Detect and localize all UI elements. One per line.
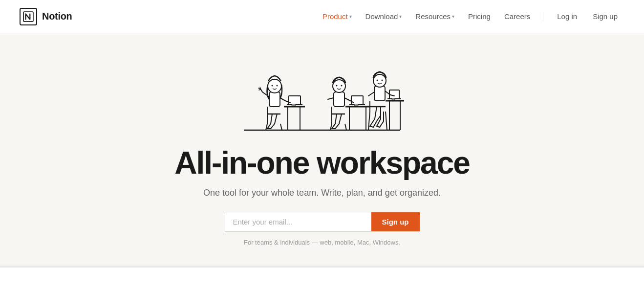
svg-point-42	[377, 80, 378, 81]
svg-rect-40	[374, 86, 385, 101]
email-input[interactable]	[225, 212, 371, 232]
svg-line-30	[368, 112, 370, 130]
nav-product-label: Product	[322, 12, 348, 21]
svg-rect-23	[351, 96, 363, 105]
hero-title: All-in-one workspace	[174, 146, 470, 180]
svg-rect-12	[269, 92, 280, 107]
svg-line-2	[266, 124, 267, 130]
signup-nav-button[interactable]: Sign up	[586, 9, 624, 23]
logo-text: Notion	[42, 11, 72, 22]
navbar: Notion Product ▾ Download ▾ Resources ▾ …	[0, 0, 644, 33]
svg-rect-9	[289, 96, 301, 105]
hero-section: All-in-one workspace One tool for your w…	[0, 33, 644, 266]
nav-careers-label: Careers	[504, 12, 530, 21]
svg-rect-11	[292, 104, 296, 106]
download-chevron-icon: ▾	[399, 14, 402, 19]
svg-point-43	[382, 80, 383, 81]
product-chevron-icon: ▾	[349, 14, 352, 19]
hero-form: Sign up	[225, 212, 420, 232]
nav-item-pricing[interactable]: Pricing	[462, 9, 496, 23]
svg-point-13	[268, 79, 281, 93]
nav-links: Product ▾ Download ▾ Resources ▾ Pricing…	[317, 9, 624, 23]
hero-subtitle: One tool for your whole team. Write, pla…	[203, 188, 441, 198]
svg-line-3	[280, 124, 282, 130]
svg-rect-39	[392, 98, 395, 100]
svg-point-28	[336, 85, 338, 87]
nav-item-download[interactable]: Download ▾	[360, 9, 408, 23]
svg-point-27	[333, 80, 345, 92]
svg-rect-25	[354, 104, 358, 106]
resources-chevron-icon: ▾	[452, 14, 454, 19]
nav-auth: Log in Sign up	[550, 9, 624, 23]
nav-download-label: Download	[365, 12, 398, 21]
nav-item-careers[interactable]: Careers	[498, 9, 536, 23]
svg-point-41	[373, 74, 386, 87]
login-button[interactable]: Log in	[550, 9, 584, 23]
nav-divider	[543, 12, 543, 22]
bottom-border	[0, 266, 644, 268]
svg-line-17	[345, 124, 346, 130]
nav-item-product[interactable]: Product ▾	[317, 9, 358, 23]
nav-resources-label: Resources	[415, 12, 451, 21]
svg-point-14	[272, 85, 273, 87]
hero-note: For teams & individuals — web, mobile, M…	[244, 239, 400, 246]
svg-rect-37	[389, 90, 399, 99]
nav-pricing-label: Pricing	[468, 12, 491, 21]
hero-illustration	[195, 43, 449, 141]
nav-item-resources[interactable]: Resources ▾	[409, 9, 460, 23]
logo-link[interactable]: Notion	[20, 8, 72, 25]
svg-line-16	[330, 124, 332, 130]
notion-logo-icon	[20, 8, 37, 25]
svg-point-15	[277, 85, 278, 87]
svg-line-31	[386, 112, 387, 130]
svg-point-29	[341, 85, 343, 87]
signup-button[interactable]: Sign up	[371, 212, 420, 231]
svg-rect-26	[334, 92, 344, 107]
